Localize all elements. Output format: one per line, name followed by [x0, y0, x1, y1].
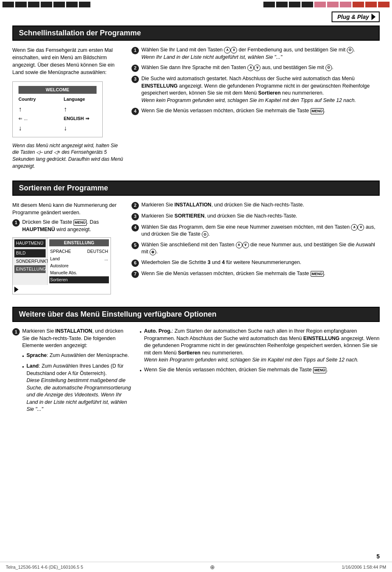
ok-btn4: ⊗ [150, 249, 156, 255]
s3-step1: 1 Markieren Sie INSTALLATION, und drücke… [12, 328, 131, 416]
section3-right-bullets: • Auto. Prog.: Zum Starten der automatis… [140, 328, 380, 375]
s2-step2: 2 Markieren Sie INSTALLATION, und drücke… [131, 201, 380, 209]
s2-step7-circle: 7 [131, 271, 139, 278]
s2-step2-text: Markieren Sie INSTALLATION, und drücken … [141, 201, 304, 209]
s2-step7-text: Wenn Sie die Menüs verlassen möchten, dr… [141, 270, 325, 278]
s2-step2-circle: 2 [131, 202, 139, 209]
section3-left: 1 Markieren Sie INSTALLATION, und drücke… [12, 328, 131, 419]
top-block-4 [41, 2, 52, 7]
bottom-right-text: 1/16/2006 1:58:44 PM [342, 565, 386, 570]
s2-step3-text: Markieren Sie SORTIEREN, und drücken Sie… [141, 213, 297, 220]
plug-play-label: Plug & Play [337, 14, 369, 20]
up-btn2: ∧ [247, 65, 254, 71]
plug-play-arrow-icon [371, 14, 376, 20]
section2-header: Sortieren der Programme [12, 181, 380, 196]
top-bar-left-blocks [0, 0, 261, 9]
plug-play-badge: Plug & Play [332, 12, 380, 22]
top-block-r7 [340, 2, 351, 7]
menu-row-sortieren[interactable]: Sortieren [49, 276, 109, 283]
up-arrow-language: ↑ [64, 104, 67, 114]
bullet-dot-3: • [140, 329, 141, 336]
down-btn2: ∨ [254, 65, 261, 71]
country-nav-row: ⇐ ... [18, 116, 28, 122]
section2-step1: 1 Drücken Sie die Taste MENÜ. Das HAUPTM… [12, 219, 123, 233]
section1-title: Schnellinstallation der Programme [19, 29, 141, 37]
down-btn3: ∨ [357, 224, 364, 231]
menu-row-land: Land ... [49, 255, 109, 262]
menu-item-bild[interactable]: BILD [14, 249, 46, 257]
s2-step5: 5 Wählen Sie anschließend mit den Tasten… [131, 241, 380, 256]
menu-item-sonderfunktionen[interactable]: SONDERFUNKTIONEN [14, 257, 46, 265]
menu-key-3: MENÜ [311, 271, 324, 277]
step3-circle: 3 [131, 76, 139, 83]
section1-steps: 1 Wählen Sie Ihr Land mit den Tasten ∧∨ … [131, 46, 380, 115]
s3-bullet-sprache: • Sprache: Zum Auswählen der Menüsprache… [22, 352, 131, 361]
s3-bullet-verlassen-text: Wenn Sie die Menüs verlassen möchten, dr… [144, 366, 328, 374]
section1-step2: 2 Wählen Sie dann Ihre Sprache mit den T… [131, 64, 380, 72]
welcome-country-header: Country [18, 96, 51, 103]
menu-item-einstellung[interactable]: EINSTELLUNG [14, 265, 46, 273]
s3-step1-circle: 1 [12, 328, 20, 336]
s2-step6-text: Wiederholen Sie die Schritte 3 und 4 für… [141, 259, 301, 266]
top-block-r8 [353, 2, 364, 7]
s2-step3-circle: 3 [131, 213, 139, 220]
top-block-r1 [263, 2, 275, 7]
menu-left-col: HAUPTMENÜ BILD SONDERFUNKTIONEN EINSTELL… [13, 238, 48, 285]
section2-title: Sortieren der Programme [19, 184, 108, 192]
bullet-dot-4: • [140, 368, 141, 375]
menu-label-autostore: Autostore [50, 263, 69, 269]
welcome-language-col: Language ↑ ENGLISH ⇒ ↓ [64, 96, 97, 132]
section1-intro: Wenn Sie das Fernsehgerät zum ersten Mal… [12, 46, 123, 76]
top-block-1 [2, 2, 14, 7]
step1-text: Wählen Sie Ihr Land mit den Tasten ∧∨ de… [141, 46, 355, 61]
down-arrow-country: ↓ [18, 123, 22, 133]
welcome-country-arrows: ↑ ⇐ ... ↓ [18, 104, 51, 132]
language-current-row: ENGLISH ⇒ [64, 116, 89, 122]
bottom-center: ⊕ [210, 564, 215, 570]
up-btn: ∧ [224, 47, 231, 53]
down-btn: ∨ [231, 47, 237, 53]
menu-label-sprache: SPRACHE [50, 248, 71, 255]
menu-value-land: ... [104, 256, 108, 262]
menu-label-land: Land [50, 256, 60, 262]
s2-step4-text: Wählen Sie das Programm, dem Sie eine ne… [141, 224, 380, 238]
down-arrow-language: ↓ [64, 123, 67, 133]
s2-step4-circle: 4 [131, 224, 139, 232]
section1-italic-note: Wenn das Menü nicht angezeigt wird, halt… [12, 142, 123, 170]
menu-item-hauptmenu[interactable]: HAUPTMENÜ [14, 239, 46, 247]
section1-step3: 3 Die Suche wird automatisch gestartet. … [131, 75, 380, 104]
s2-step3: 3 Markieren Sie SORTIEREN, und drücken S… [131, 213, 380, 220]
section1-content: Wenn Sie das Fernsehgerät zum ersten Mal… [12, 46, 380, 172]
section1-step1: 1 Wählen Sie Ihr Land mit den Tasten ∧∨ … [131, 46, 380, 61]
s3-bullet-autoprog: • Auto. Prog.: Zum Starten der automatis… [140, 328, 380, 364]
s2-step5-text: Wählen Sie anschließend mit den Tasten ∧… [141, 241, 380, 256]
step4-text: Wenn Sie die Menüs verlassen möchten, dr… [141, 107, 325, 115]
step4-circle: 4 [131, 108, 139, 115]
step2-text: Wählen Sie dann Ihre Sprache mit den Tas… [141, 64, 333, 72]
section2-steps-right: 2 Markieren Sie INSTALLATION, und drücke… [131, 201, 380, 278]
top-block-r3 [289, 2, 300, 7]
section2-content: Mit diesem Menü kann die Nummerierung de… [12, 201, 380, 299]
s2-step1-text: Drücken Sie die Taste MENÜ. Das HAUPTMEN… [22, 219, 123, 233]
menu-value-sprache: DEUTSCH [87, 248, 108, 255]
menu-row-manuelle: Manuelle Abs. [49, 269, 109, 276]
menu-right-title: EINSTELLUNG [49, 239, 109, 246]
menu-right-col: EINSTELLUNG SPRACHE DEUTSCH Land ... Aut… [48, 238, 111, 285]
up-btn3: ∧ [351, 224, 357, 231]
language-current-value: ENGLISH [64, 116, 84, 122]
s2-step5-circle: 5 [131, 242, 139, 249]
welcome-box: WELCOME Country ↑ ⇐ ... ↓ [12, 81, 103, 137]
ok-btn2: ⊙ [325, 65, 332, 71]
top-block-6 [66, 2, 78, 7]
s2-step4: 4 Wählen Sie das Programm, dem Sie eine … [131, 224, 380, 238]
main-content: Schnellinstallation der Programme Wenn S… [0, 21, 392, 435]
section2-left: Mit diesem Menü kann die Nummerierung de… [12, 201, 123, 299]
top-block-r5 [314, 2, 326, 7]
welcome-columns: Country ↑ ⇐ ... ↓ Language [18, 96, 97, 132]
copyright-symbol: ⊕ [210, 564, 215, 570]
s3-bullet-autoprog-text: Auto. Prog.: Zum Starten der automatisch… [144, 328, 380, 364]
welcome-language-header: Language [64, 96, 97, 103]
s3-bullet-sprache-text: Sprache: Zum Auswählen der Menüsprache. [26, 352, 129, 359]
step2-circle: 2 [131, 65, 139, 72]
top-bar-right-blocks [261, 0, 392, 9]
